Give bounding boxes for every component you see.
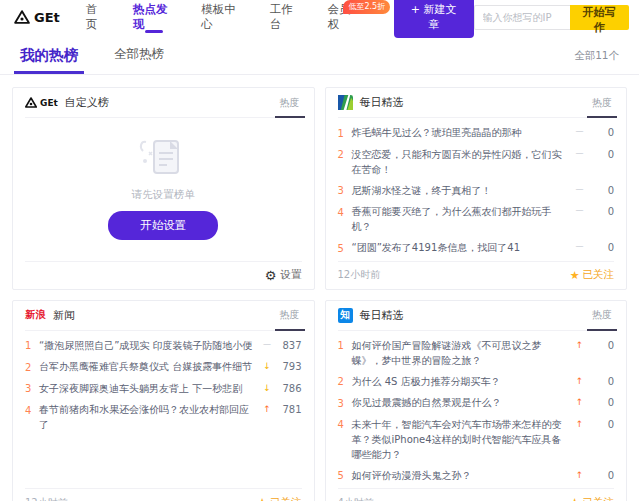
trend-up-icon: ↑ <box>573 338 586 353</box>
settings-button[interactable]: ⚙ 设置 <box>265 268 302 282</box>
new-article-button[interactable]: + 新建文章 <box>394 0 474 38</box>
card-title: 每日精选 <box>360 95 404 110</box>
gear-icon: ⚙ <box>265 269 277 282</box>
list-item[interactable]: 2台军办黑鹰罹难官兵祭奠仪式 台媒披露事件细节↓793 <box>25 356 302 378</box>
list-item[interactable]: 4未来十年，智能汽车会对汽车市场带来怎样的变革？类似iPhone4这样的划时代智… <box>338 414 615 465</box>
hotlist-tab-bar: 我的热榜 全部热榜 全部11个 <box>0 46 639 75</box>
card-header: 新浪 新闻 热度 <box>25 301 302 331</box>
card-footer: 12小时前 ★ 已关注 <box>25 488 302 501</box>
rank-number: 1 <box>338 338 352 354</box>
item-title[interactable]: 如何评价国产冒险解谜游戏《不可思议之梦蝶》，梦中世界的冒险之旅？ <box>352 338 574 368</box>
item-title[interactable]: 没空恋爱，只能和方圆百米的异性闪婚，它们实在苦命！ <box>352 147 574 177</box>
tab-my-hotlist[interactable]: 我的热榜 <box>20 46 78 74</box>
item-title[interactable]: 香蕉可能要灭绝了，为什么蕉农们都开始玩手机？ <box>352 204 574 234</box>
list-item[interactable]: 2没空恋爱，只能和方圆百米的异性闪婚，它们实在苦命！—0 <box>338 144 615 180</box>
trend-flat-icon: — <box>573 240 586 253</box>
card-custom-list: GEt 自定义榜 热度 请先设置榜单 开始设置 ⚙ 设置 <box>12 87 315 290</box>
daily-picks-logo-icon <box>338 95 353 110</box>
search-group: 开始写作 <box>474 5 630 30</box>
followed-button[interactable]: ★ 已关注 <box>570 496 614 501</box>
logo-text: GEt <box>34 10 60 25</box>
heat-value: 0 <box>586 125 614 140</box>
trend-up-icon: ↑ <box>261 402 274 417</box>
tab-all-hotlist[interactable]: 全部热榜 <box>114 46 164 74</box>
star-icon: ★ <box>570 270 580 281</box>
list-item[interactable]: 3你见过最震撼的自然景观是什么？↑0 <box>338 392 615 414</box>
trend-up-icon: ↑ <box>573 374 586 389</box>
trend-flat-icon: — <box>573 147 586 160</box>
item-title[interactable]: “团圆”发布了4191条信息，找回了41 <box>352 240 574 255</box>
followed-button[interactable]: ★ 已关注 <box>570 268 614 282</box>
list-item[interactable]: 1炸毛蜗牛见过么？琥珀里亮晶晶的那种—0 <box>338 122 615 144</box>
top-navbar: GEt 首页 热点发现 模板中心 工作台 会员特权 低至2.5折 + 新建文章 … <box>0 0 639 34</box>
heat-value: 0 <box>586 374 614 389</box>
start-setup-button[interactable]: 开始设置 <box>108 211 218 240</box>
main-nav: 首页 热点发现 模板中心 工作台 会员特权 低至2.5折 <box>86 0 370 34</box>
list-item[interactable]: 3女子深夜脚踩奥迪车头躺男友背上 下一秒悲剧↓786 <box>25 378 302 400</box>
item-title[interactable]: 未来十年，智能汽车会对汽车市场带来怎样的变革？类似iPhone4这样的划时代智能… <box>352 417 574 462</box>
item-title[interactable]: 台军办黑鹰罹难官兵祭奠仪式 台媒披露事件细节 <box>39 359 261 374</box>
card-daily-picks: 每日精选 热度 1炸毛蜗牛见过么？琥珀里亮晶晶的那种—02没空恋爱，只能和方圆百… <box>325 87 628 290</box>
discount-badge: 低至2.5折 <box>343 0 390 14</box>
item-title[interactable]: 女子深夜脚踩奥迪车头躺男友背上 下一秒悲剧 <box>39 381 261 396</box>
list-item[interactable]: 5“团圆”发布了4191条信息，找回了41—0 <box>338 237 615 259</box>
ip-search-input[interactable] <box>474 5 570 30</box>
update-time: 12小时前 <box>25 496 68 501</box>
empty-state: 请先设置榜单 开始设置 <box>25 118 302 261</box>
card-header: 每日精选 热度 <box>338 88 615 118</box>
followed-label: 已关注 <box>270 496 302 501</box>
trend-flat-icon: — <box>261 338 274 351</box>
list-item[interactable]: 4春节前猪肉和水果还会涨价吗？农业农村部回应了↑781 <box>25 399 302 435</box>
item-title[interactable]: 你见过最震撼的自然景观是什么？ <box>352 395 574 410</box>
item-title[interactable]: 为什么 4S 店极力推荐分期买车？ <box>352 374 574 389</box>
hot-item-list: 1如何评价国产冒险解谜游戏《不可思议之梦蝶》，梦中世界的冒险之旅？↑02为什么 … <box>338 331 615 489</box>
list-item[interactable]: 1如何评价国产冒险解谜游戏《不可思议之梦蝶》，梦中世界的冒险之旅？↑0 <box>338 335 615 371</box>
app-logo[interactable]: GEt <box>14 10 60 25</box>
rank-number: 2 <box>338 374 352 390</box>
card-footer: 12小时前 ★ 已关注 <box>338 261 615 289</box>
nav-item-membership[interactable]: 会员特权 低至2.5折 <box>327 0 369 34</box>
item-title[interactable]: 炸毛蜗牛见过么？琥珀里亮晶晶的那种 <box>352 125 574 140</box>
list-item[interactable]: 4香蕉可能要灭绝了，为什么蕉农们都开始玩手机？—0 <box>338 201 615 237</box>
empty-state-text: 请先设置榜单 <box>132 188 195 202</box>
nav-item-template-center[interactable]: 模板中心 <box>201 0 243 34</box>
followed-button[interactable]: ★ 已关注 <box>257 496 301 501</box>
document-illustration-icon <box>137 135 189 181</box>
update-time: 4小时前 <box>338 496 374 501</box>
heat-value: 837 <box>274 338 302 353</box>
rank-number: 5 <box>338 240 352 256</box>
trend-flat-icon: — <box>573 204 586 217</box>
rank-number: 3 <box>338 395 352 411</box>
item-title[interactable]: 如何评价动漫滑头鬼之孙？ <box>352 468 574 483</box>
nav-item-hot-discovery[interactable]: 热点发现 <box>133 0 175 34</box>
item-title[interactable]: 春节前猪肉和水果还会涨价吗？农业农村部回应了 <box>39 402 261 432</box>
logo-triangle-icon <box>25 97 37 108</box>
list-item[interactable]: 5如何评价动漫滑头鬼之孙？↑0 <box>338 465 615 487</box>
heat-value: 0 <box>586 147 614 162</box>
list-item[interactable]: 2为什么 4S 店极力推荐分期买车？↑0 <box>338 371 615 393</box>
heat-sort-tab[interactable]: 热度 <box>590 88 614 117</box>
card-grid: GEt 自定义榜 热度 请先设置榜单 开始设置 ⚙ 设置 <box>0 75 639 501</box>
card-sina-news: 新浪 新闻 热度 1“撒泡尿照照自己”成现实 印度装镜子防随地小便—8372台军… <box>12 300 315 501</box>
nav-item-home[interactable]: 首页 <box>86 0 107 34</box>
nav-item-workbench[interactable]: 工作台 <box>270 0 302 34</box>
hot-item-list: 1“撒泡尿照照自己”成现实 印度装镜子防随地小便—8372台军办黑鹰罹难官兵祭奠… <box>25 331 302 489</box>
get-logo-text: GEt <box>40 98 58 108</box>
heat-sort-tab[interactable]: 热度 <box>278 88 302 117</box>
heat-sort-tab[interactable]: 热度 <box>278 301 302 330</box>
list-item[interactable]: 3尼斯湖水怪之谜，终于真相了！—0 <box>338 180 615 202</box>
start-writing-button[interactable]: 开始写作 <box>570 5 630 30</box>
star-icon: ★ <box>257 497 267 501</box>
rank-number: 1 <box>338 125 352 141</box>
item-title[interactable]: 尼斯湖水怪之谜，终于真相了！ <box>352 183 574 198</box>
rank-number: 3 <box>25 381 39 397</box>
settings-label: 设置 <box>281 268 302 282</box>
heat-sort-tab[interactable]: 热度 <box>590 301 614 330</box>
list-item[interactable]: 1“撒泡尿照照自己”成现实 印度装镜子防随地小便—837 <box>25 335 302 357</box>
trend-flat-icon: — <box>573 125 586 138</box>
rank-number: 1 <box>25 338 39 354</box>
trend-up-icon: ↑ <box>573 395 586 410</box>
card-title: 新闻 <box>53 308 75 323</box>
item-title[interactable]: “撒泡尿照照自己”成现实 印度装镜子防随地小便 <box>39 338 261 353</box>
hotlist-count: 全部11个 <box>574 49 619 74</box>
